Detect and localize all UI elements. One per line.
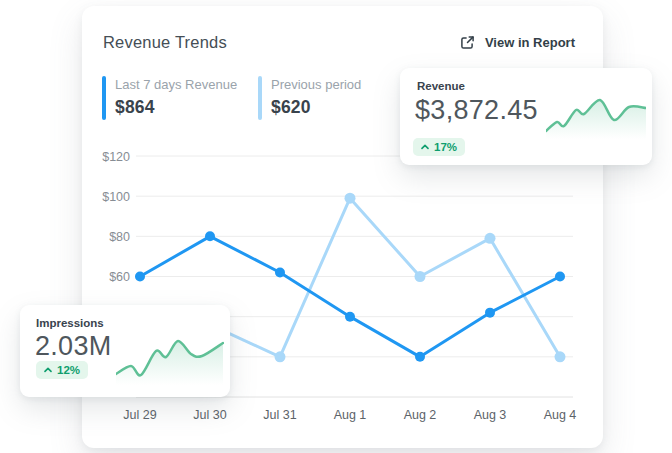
impressions-sparkline (116, 329, 224, 385)
chart-legend: Last 7 days Revenue $864 Previous period… (102, 76, 361, 120)
legend-value: $864 (115, 97, 237, 118)
data-point (555, 351, 566, 362)
dashboard-canvas: $120$100$80$60Jul 29Jul 30Jul 31Aug 1Aug… (0, 0, 672, 453)
y-tick-label: $120 (102, 150, 130, 164)
data-point (415, 271, 426, 282)
data-point (205, 231, 215, 241)
data-point (135, 272, 145, 282)
trend-delta: 17% (434, 141, 457, 153)
x-tick-label: Aug 2 (404, 408, 437, 422)
legend-label: Previous period (271, 77, 361, 92)
view-in-report-link[interactable]: View in Report (460, 35, 575, 50)
card-header: Revenue Trends View in Report (103, 33, 575, 52)
external-link-icon (460, 35, 475, 50)
page-title: Revenue Trends (103, 33, 227, 52)
data-point (345, 193, 356, 204)
trend-up-icon (421, 144, 429, 150)
legend-color-bar-previous (258, 76, 262, 120)
legend-color-bar-current (102, 76, 106, 120)
x-tick-label: Jul 30 (193, 408, 226, 422)
legend-label: Last 7 days Revenue (115, 77, 237, 92)
x-tick-label: Aug 3 (474, 408, 507, 422)
legend-item-current: Last 7 days Revenue $864 (102, 76, 258, 120)
trend-delta: 12% (57, 364, 80, 376)
stat-label: Impressions (36, 317, 104, 329)
x-tick-label: Aug 1 (334, 408, 367, 422)
sparkline-area (116, 341, 223, 385)
data-point (275, 351, 286, 362)
stat-value: 2.03M (35, 331, 112, 362)
y-tick-label: $80 (109, 230, 130, 244)
stat-label: Revenue (417, 80, 465, 92)
revenue-sparkline (546, 94, 646, 139)
data-point (345, 312, 355, 322)
impressions-stat-card: Impressions 2.03M 12% (20, 305, 230, 397)
y-tick-label: $100 (102, 190, 130, 204)
x-tick-label: Jul 31 (263, 408, 296, 422)
trend-badge: 17% (413, 138, 465, 156)
y-tick-label: $60 (109, 270, 130, 284)
x-tick-label: Jul 29 (123, 408, 156, 422)
data-point (485, 233, 496, 244)
data-point (485, 308, 495, 318)
legend-value: $620 (271, 97, 361, 118)
data-point (275, 267, 285, 277)
legend-item-previous: Previous period $620 (258, 76, 361, 120)
trend-up-icon (44, 367, 52, 373)
stat-value: $3,872.45 (415, 95, 538, 126)
data-point (415, 352, 425, 362)
view-in-report-label: View in Report (485, 35, 575, 50)
revenue-stat-card: Revenue $3,872.45 17% (400, 68, 652, 165)
legend-text-previous: Previous period $620 (271, 76, 361, 118)
data-point (555, 272, 565, 282)
legend-text-current: Last 7 days Revenue $864 (115, 76, 237, 118)
x-tick-label: Aug 4 (544, 408, 577, 422)
trend-badge: 12% (36, 361, 88, 379)
